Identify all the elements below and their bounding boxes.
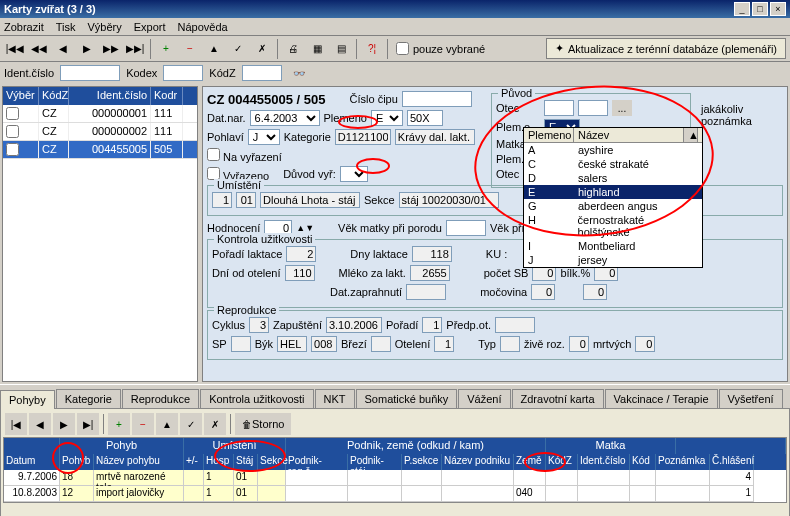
c-podnikr[interactable]: Podnik-reg.č. [286,454,348,470]
filter-kodz-input[interactable] [242,65,282,81]
dd-row[interactable]: Hčernostrakaté holštýnské [524,213,702,239]
last-record-icon[interactable]: ▶▶| [124,38,146,60]
c-psekce[interactable]: P.sekce [402,454,442,470]
pohlavi-select[interactable]: J [248,129,280,145]
c-hosp[interactable]: Hosp [204,454,234,470]
dd-col-plemeno[interactable]: Plemeno [524,128,574,142]
c-chl[interactable]: Č.hlášení [710,454,754,470]
otec-val[interactable] [544,100,574,116]
repro-fieldset: Reprodukce Cyklus Zapuštění Pořadí Předp… [207,310,783,360]
c-nazev[interactable]: Název pohybu [94,454,184,470]
duvod-select[interactable] [340,166,368,182]
tab-vakc[interactable]: Vakcinace / Terapie [605,389,718,408]
b-cancel-icon[interactable]: ✗ [204,413,226,435]
datnar-select[interactable]: 6.4.2003 [250,110,320,126]
c-kod[interactable]: Kód [630,454,656,470]
b-last-icon[interactable]: ▶| [77,413,99,435]
c-ident[interactable]: Ident.číslo [578,454,630,470]
col-vyber[interactable]: Výběr [3,87,39,105]
delete-icon[interactable]: − [179,38,201,60]
list-row-selected[interactable]: CZ 004455005 505 [3,141,197,159]
prev-page-icon[interactable]: ◀◀ [28,38,50,60]
b-first-icon[interactable]: |◀ [5,413,27,435]
doc1-icon[interactable]: ▦ [306,38,328,60]
storno-button[interactable]: 🗑 Storno [235,413,291,435]
tab-kontrola[interactable]: Kontrola užitkovosti [200,389,313,408]
close-button[interactable]: × [770,2,786,16]
dd-row[interactable]: Dsalers [524,171,702,185]
next-record-icon[interactable]: ▶ [76,38,98,60]
dd-row[interactable]: Cčeské strakaté [524,157,702,171]
b-edit-icon[interactable]: ▲ [156,413,178,435]
c-podniks[interactable]: Podnik-stáj [348,454,402,470]
tab-vyset[interactable]: Vyšetření [719,389,783,408]
tab-somat[interactable]: Somatické buňky [356,389,458,408]
dd-row[interactable]: IMontbeliard [524,239,702,253]
minimize-button[interactable]: _ [734,2,750,16]
dd-col-nazev[interactable]: Název [574,128,684,142]
tab-vazeni[interactable]: Vážení [458,389,510,408]
c-pm[interactable]: +/- [184,454,204,470]
binoculars-icon[interactable]: 👓 [288,62,310,84]
menu-export[interactable]: Export [134,21,166,33]
menu-tisk[interactable]: Tisk [56,21,76,33]
na-vyrazeni-checkbox[interactable]: Na vyřazení [207,148,282,163]
tab-nkt[interactable]: NKT [315,389,355,408]
list-row[interactable]: CZ 000000001 111 [3,105,197,123]
prev-record-icon[interactable]: ◀ [52,38,74,60]
c-datum[interactable]: Datum [4,454,60,470]
next-page-icon[interactable]: ▶▶ [100,38,122,60]
maximize-button[interactable]: □ [752,2,768,16]
menu-vybery[interactable]: Výběry [88,21,122,33]
pohyby-row[interactable]: 9.7.2006 18 mrtvě narozené tele 1 01 4 [4,470,786,486]
edit-icon[interactable]: ▲ [203,38,225,60]
add-icon[interactable]: + [155,38,177,60]
aktualizace-button[interactable]: ✦ Aktualizace z terénní databáze (plemen… [546,38,786,59]
dd-row[interactable]: Jjersey [524,253,702,267]
c-pozn[interactable]: Poznámka [656,454,710,470]
b-prev-icon[interactable]: ◀ [29,413,51,435]
c-kodz[interactable]: KódZ [546,454,578,470]
dd-row[interactable]: Gaberdeen angus [524,199,702,213]
col-kodr[interactable]: Kodr [151,87,183,105]
otec-lookup-button[interactable]: ... [612,100,632,116]
tab-kategorie[interactable]: Kategorie [56,389,121,408]
c-zeme[interactable]: Země [514,454,546,470]
col-kodz[interactable]: KódZ [39,87,69,105]
list-row[interactable]: CZ 000000002 111 [3,123,197,141]
scroll-up-icon[interactable]: ▲ [684,128,698,142]
b-del-icon[interactable]: − [132,413,154,435]
col-ident[interactable]: Ident.číslo [69,87,151,105]
c-sekce[interactable]: Sekce [258,454,286,470]
pocetsb-label: počet SB [484,267,529,279]
cislo-cipu-input[interactable] [402,91,472,107]
dd-row[interactable]: Aayshire [524,143,702,157]
menu-napoveda[interactable]: Nápověda [178,21,228,33]
confirm-icon[interactable]: ✓ [227,38,249,60]
plemeno-pct[interactable] [407,110,443,126]
tab-pohyby[interactable]: Pohyby [0,390,55,409]
help-icon[interactable]: ?¦ [361,38,383,60]
print-icon[interactable]: 🖨 [282,38,304,60]
pohyby-row[interactable]: 10.8.2003 12 import jalovičky 1 01 040 1 [4,486,786,502]
dd-row-selected[interactable]: Ehighland [524,185,702,199]
tab-zdrav[interactable]: Zdravotní karta [512,389,604,408]
pouze-vybrane-checkbox[interactable]: pouze vybrané [396,42,485,55]
c-staj[interactable]: Stáj [234,454,258,470]
vek-matky-input[interactable] [446,220,486,236]
b-add-icon[interactable]: + [108,413,130,435]
tab-reprodukce[interactable]: Reprodukce [122,389,199,408]
c-pohyb[interactable]: Pohyb [60,454,94,470]
plemeno-select[interactable]: E [371,110,403,126]
cancel-icon[interactable]: ✗ [251,38,273,60]
otec-val2[interactable] [578,100,608,116]
filter-kodex-input[interactable] [163,65,203,81]
b-ok-icon[interactable]: ✓ [180,413,202,435]
doc2-icon[interactable]: ▤ [330,38,352,60]
first-record-icon[interactable]: |◀◀ [4,38,26,60]
menu-zobrazit[interactable]: Zobrazit [4,21,44,33]
filter-ident-input[interactable] [60,65,120,81]
b-next-icon[interactable]: ▶ [53,413,75,435]
dniot-label: Dní od otelení [212,267,281,279]
c-nazevp[interactable]: Název podniku [442,454,514,470]
